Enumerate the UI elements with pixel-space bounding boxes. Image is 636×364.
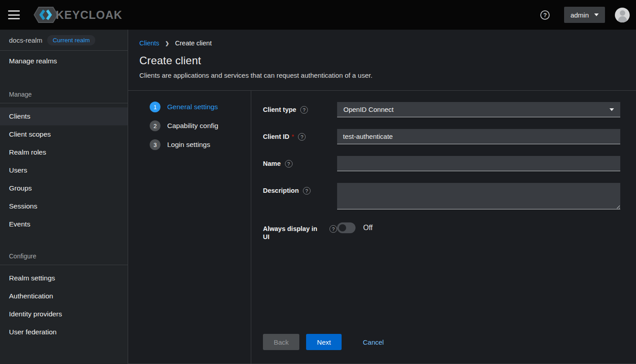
always-display-toggle[interactable] — [337, 222, 356, 233]
description-label: Description — [263, 186, 299, 195]
sidebar-group-manage: Manage — [0, 91, 128, 103]
step-number-badge: 2 — [150, 120, 160, 131]
client-type-help-icon[interactable]: ? — [300, 106, 308, 114]
required-asterisk: * — [292, 133, 294, 141]
page-title: Create client — [139, 54, 623, 67]
sidebar-item-realm-roles[interactable]: Realm roles — [0, 143, 128, 161]
general-settings-form: Client type ? OpenID Connect Client ID * — [251, 91, 636, 364]
page-header: Clients ❯ Create client Create client Cl… — [128, 30, 636, 91]
sidebar-item-groups[interactable]: Groups — [0, 179, 128, 197]
toggle-state-label: Off — [363, 224, 373, 232]
breadcrumb-current: Create client — [175, 40, 212, 47]
wizard-step-login-settings[interactable]: 3 Login settings — [150, 138, 251, 151]
breadcrumb-chevron-icon: ❯ — [165, 40, 169, 46]
sidebar-item-identity-providers[interactable]: Identity providers — [0, 305, 128, 323]
always-display-help-icon[interactable]: ? — [329, 225, 337, 233]
chevron-down-icon — [594, 13, 599, 16]
sidebar-item-realm-settings[interactable]: Realm settings — [0, 269, 128, 287]
user-menu-dropdown[interactable]: admin — [564, 7, 605, 23]
breadcrumb-clients-link[interactable]: Clients — [139, 40, 159, 47]
wizard-step-general-settings[interactable]: 1 General settings — [150, 101, 251, 113]
description-help-icon[interactable]: ? — [303, 187, 311, 195]
client-id-row: Client ID * ? — [263, 129, 620, 144]
step-label: Capability config — [167, 122, 218, 130]
create-client-wizard: 1 General settings 2 Capability config 3… — [128, 91, 636, 364]
name-help-icon[interactable]: ? — [285, 160, 293, 168]
page-subtitle: Clients are applications and services th… — [139, 71, 623, 79]
step-number-badge: 1 — [150, 102, 160, 112]
sidebar-item-client-scopes[interactable]: Client scopes — [0, 125, 128, 143]
description-textarea[interactable] — [337, 183, 620, 209]
wizard-step-capability-config[interactable]: 2 Capability config — [150, 120, 251, 132]
next-button[interactable]: Next — [306, 334, 342, 350]
masthead: KEYCLOAK ? admin — [0, 0, 636, 30]
sidebar-item-clients[interactable]: Clients — [0, 107, 128, 125]
step-number-badge: 3 — [150, 139, 160, 150]
breadcrumb: Clients ❯ Create client — [139, 40, 623, 47]
wizard-steps-nav: 1 General settings 2 Capability config 3… — [128, 91, 251, 364]
name-label: Name — [263, 160, 281, 168]
main-content: Clients ❯ Create client Create client Cl… — [128, 30, 636, 364]
current-realm-badge: Current realm — [47, 35, 95, 45]
client-id-help-icon[interactable]: ? — [298, 133, 306, 141]
nav-toggle-icon[interactable] — [8, 10, 20, 19]
sidebar-item-manage-realms[interactable]: Manage realms — [0, 51, 128, 71]
keycloak-hexagon-icon — [32, 5, 59, 24]
sidebar-item-authentication[interactable]: Authentication — [0, 287, 128, 305]
always-display-row: Always display in UI ? Off — [263, 221, 620, 241]
sidebar-item-user-federation[interactable]: User federation — [0, 323, 128, 341]
keycloak-logo: KEYCLOAK — [32, 5, 122, 24]
realm-selector[interactable]: docs-realm Current realm — [0, 30, 128, 51]
toggle-knob — [339, 224, 346, 231]
step-label: Login settings — [167, 141, 210, 149]
back-button[interactable]: Back — [263, 334, 299, 350]
sidebar-item-users[interactable]: Users — [0, 161, 128, 179]
user-menu-label: admin — [570, 11, 589, 19]
client-type-label: Client type — [263, 106, 296, 114]
client-id-input[interactable] — [337, 129, 620, 144]
client-type-value: OpenID Connect — [343, 106, 394, 113]
sidebar-item-events[interactable]: Events — [0, 215, 128, 233]
client-type-row: Client type ? OpenID Connect — [263, 102, 620, 117]
sidebar: docs-realm Current realm Manage realms M… — [0, 30, 128, 364]
realm-name: docs-realm — [9, 36, 42, 44]
name-row: Name ? — [263, 156, 620, 171]
avatar[interactable] — [615, 8, 630, 22]
cancel-button[interactable]: Cancel — [363, 334, 384, 350]
chevron-down-icon — [609, 108, 614, 111]
wizard-actions: Back Next Cancel — [263, 334, 620, 350]
name-input[interactable] — [337, 156, 620, 171]
brand-text: KEYCLOAK — [56, 9, 122, 22]
sidebar-group-configure: Configure — [0, 253, 128, 265]
client-type-select[interactable]: OpenID Connect — [337, 102, 620, 117]
step-label: General settings — [167, 103, 218, 111]
client-id-label: Client ID — [263, 133, 289, 141]
always-display-label: Always display in UI — [263, 225, 325, 241]
description-row: Description ? — [263, 183, 620, 209]
help-icon[interactable]: ? — [540, 10, 550, 20]
sidebar-item-sessions[interactable]: Sessions — [0, 197, 128, 215]
